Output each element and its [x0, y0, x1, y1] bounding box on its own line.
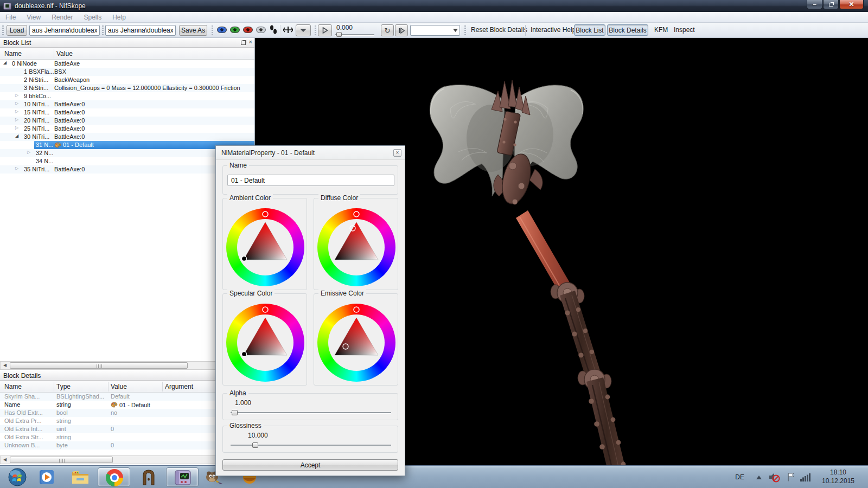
scroll-left-arrow-icon[interactable]: ◀: [1, 362, 9, 369]
tree-row[interactable]: 2 NiStri...BackWeapon: [0, 76, 254, 84]
color-wheel[interactable]: [226, 304, 304, 382]
show-nodes-eye-icon[interactable]: [230, 27, 240, 35]
collapsed-arrow-icon[interactable]: ▷: [15, 101, 18, 106]
animation-combobox[interactable]: [410, 25, 460, 36]
color-wheel[interactable]: [317, 208, 395, 286]
load-button[interactable]: Load: [7, 25, 27, 36]
footsteps-icon[interactable]: [270, 25, 277, 36]
collapsed-arrow-icon[interactable]: ▷: [27, 150, 30, 155]
volume-muted-icon[interactable]: [768, 466, 780, 488]
glossiness-slider[interactable]: [231, 445, 391, 446]
reset-block-details-button[interactable]: Reset Block Details: [468, 25, 531, 35]
material-property-dialog[interactable]: NiMaterialProperty - 01 - Default × Name…: [215, 145, 405, 476]
collapsed-arrow-icon[interactable]: ▷: [15, 109, 18, 114]
detail-name: Name: [4, 401, 20, 408]
glossiness-slider-thumb[interactable]: [252, 442, 258, 448]
menu-view[interactable]: View: [21, 14, 46, 21]
hue-marker[interactable]: [354, 307, 359, 312]
collapsed-arrow-icon[interactable]: ▷: [15, 125, 18, 130]
dialog-title-bar[interactable]: NiMaterialProperty - 01 - Default: [216, 146, 405, 160]
float-panel-icon[interactable]: [241, 41, 246, 45]
block-list-panel-header[interactable]: Block List ×: [0, 38, 254, 48]
tree-row[interactable]: ◢30 NiTri...BattleAxe:0: [0, 133, 254, 141]
hue-marker[interactable]: [354, 211, 359, 217]
kfm-button[interactable]: KFM: [651, 25, 671, 35]
title-bar[interactable]: doubleaxe.nif - NifSkope ✕: [0, 0, 868, 12]
move-axis-icon[interactable]: [283, 26, 293, 35]
toolbar-grip[interactable]: [212, 25, 213, 35]
color-wheel[interactable]: [317, 304, 395, 382]
material-name-input[interactable]: [227, 175, 394, 186]
close-panel-icon[interactable]: ×: [249, 39, 252, 45]
accept-button[interactable]: Accept: [222, 459, 398, 471]
collapsed-arrow-icon[interactable]: ▷: [15, 93, 18, 98]
restore-button[interactable]: [823, 0, 839, 9]
oblivion-taskbar-button[interactable]: [138, 467, 159, 487]
collapsed-arrow-icon[interactable]: ▷: [15, 166, 18, 171]
tree-row[interactable]: ▷20 NiTri...BattleAxe:0: [0, 117, 254, 125]
color-wheel[interactable]: [226, 208, 304, 286]
column-type[interactable]: Type: [56, 383, 71, 390]
load-path-field[interactable]: [29, 25, 100, 36]
tree-row[interactable]: ◢0 NiNodeBattleAxe: [0, 60, 254, 68]
tree-row[interactable]: ▷10 NiTri...BattleAxe:0: [0, 100, 254, 108]
show-hidden-icons-button[interactable]: [756, 466, 762, 488]
menu-render[interactable]: Render: [46, 14, 78, 21]
collapsed-arrow-icon[interactable]: ▷: [15, 117, 18, 122]
tray-language[interactable]: DE: [735, 466, 744, 488]
alpha-group: Alpha 1.000: [222, 393, 398, 420]
expanded-arrow-icon[interactable]: ◢: [3, 60, 7, 65]
toolbar-grip[interactable]: [315, 25, 316, 35]
block-list-toggle[interactable]: Block List: [574, 24, 605, 36]
column-name[interactable]: Name: [4, 50, 22, 57]
minimize-button[interactable]: [807, 0, 822, 9]
interactive-help-button[interactable]: Interactive Help: [527, 25, 579, 35]
action-center-flag-icon[interactable]: [787, 466, 795, 488]
explorer-taskbar-button[interactable]: [68, 467, 92, 487]
sv-marker[interactable]: [242, 352, 247, 357]
column-argument[interactable]: Argument: [165, 383, 193, 390]
tree-row[interactable]: ▷15 NiTri...BattleAxe:0: [0, 108, 254, 117]
toolbar-grip[interactable]: [102, 25, 104, 35]
loop-button[interactable]: ↻: [381, 24, 394, 36]
show-hidden-eye-icon[interactable]: [243, 27, 253, 35]
media-player-taskbar-button[interactable]: [36, 467, 58, 487]
toolbar-grip[interactable]: [2, 25, 4, 35]
hue-marker[interactable]: [263, 211, 268, 217]
flatten-dropdown-button[interactable]: [296, 24, 311, 36]
inspect-button[interactable]: Inspect: [671, 25, 698, 35]
alpha-slider[interactable]: [231, 412, 391, 413]
menu-spells[interactable]: Spells: [79, 14, 107, 21]
block-details-toggle[interactable]: Block Details: [607, 24, 648, 36]
save-as-button[interactable]: Save As: [179, 25, 207, 36]
scroll-left-arrow-icon[interactable]: ◀: [1, 456, 9, 464]
show-wireframe-eye-icon[interactable]: [256, 27, 266, 35]
block-value: BSX: [54, 68, 66, 75]
switch-anim-button[interactable]: [395, 24, 408, 36]
alpha-slider-thumb[interactable]: [232, 410, 238, 415]
menu-file[interactable]: File: [0, 14, 21, 21]
show-blocks-eye-icon[interactable]: [217, 27, 227, 35]
save-path-field[interactable]: [105, 25, 176, 36]
hue-marker[interactable]: [263, 307, 268, 312]
play-button[interactable]: [318, 24, 332, 36]
block-list-column-header[interactable]: Name Value: [0, 48, 254, 60]
expanded-arrow-icon[interactable]: ◢: [15, 133, 18, 138]
network-signal-icon[interactable]: [800, 466, 810, 488]
tree-row[interactable]: ▷9 bhkCo...: [0, 92, 254, 100]
tree-row[interactable]: 1 BSXFla...BSX: [0, 68, 254, 76]
tray-clock[interactable]: 18:10 10.12.2015: [814, 468, 863, 485]
column-value[interactable]: Value: [111, 383, 127, 390]
tree-row[interactable]: ▷25 NiTri...BattleAxe:0: [0, 125, 254, 133]
toolbar-grip[interactable]: [464, 25, 466, 35]
tree-row[interactable]: 3 NiStri...Collision_Groups = 0 Mass = 1…: [0, 84, 254, 92]
close-button[interactable]: ✕: [839, 0, 864, 9]
nifskope-taskbar-button[interactable]: [166, 467, 199, 487]
sv-marker[interactable]: [242, 256, 247, 261]
chrome-taskbar-button[interactable]: [98, 467, 130, 487]
dialog-close-button[interactable]: ×: [393, 149, 401, 157]
menu-help[interactable]: Help: [107, 14, 131, 21]
column-name[interactable]: Name: [4, 383, 22, 390]
start-button[interactable]: [7, 467, 28, 487]
column-value[interactable]: Value: [56, 50, 73, 57]
